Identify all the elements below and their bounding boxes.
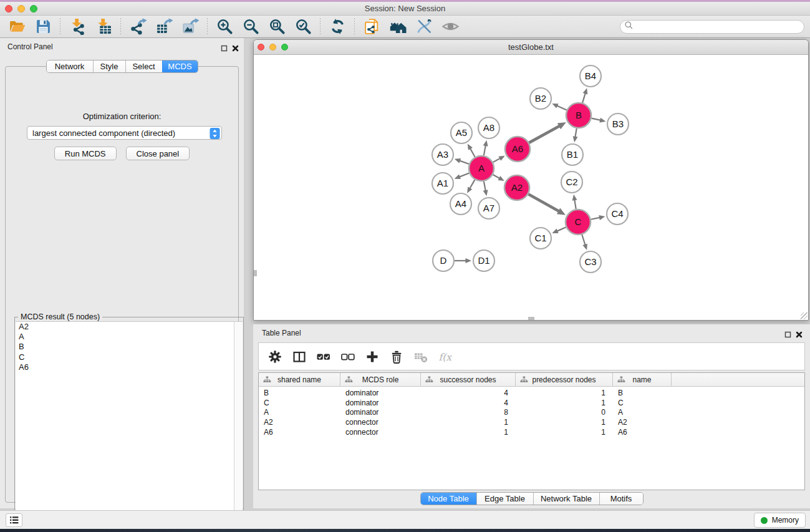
edge-A-A5[interactable] (470, 148, 475, 157)
float-panel-icon[interactable] (784, 329, 791, 336)
home-icon[interactable] (388, 17, 407, 36)
mcds-result-item[interactable]: A (16, 332, 243, 342)
export-image-icon[interactable] (181, 17, 200, 36)
edge-A-A3[interactable] (459, 160, 469, 164)
column-header-MCDS-role[interactable]: MCDS role (340, 373, 421, 386)
tab-edge-table[interactable]: Edge Table (476, 493, 533, 505)
close-panel-button[interactable]: Close panel (126, 147, 190, 160)
zoom-in-icon[interactable] (215, 17, 234, 36)
network-node-C1[interactable]: C1 (530, 228, 551, 249)
edge-A6-B[interactable] (529, 126, 559, 143)
table-cell-predecessor-nodes[interactable]: 1 (516, 418, 613, 427)
tab-motifs[interactable]: Motifs (599, 493, 643, 505)
network-node-C[interactable]: C (566, 210, 591, 235)
table-cell-name[interactable]: C (613, 399, 672, 407)
table-cell-predecessor-nodes[interactable]: 1 (516, 428, 613, 437)
tab-select[interactable]: Select (125, 60, 162, 72)
memory-button[interactable]: Memory (754, 513, 806, 528)
table-cell-successor-nodes[interactable]: 1 (421, 428, 516, 437)
mcds-result-item[interactable]: C (16, 352, 243, 362)
network-node-A5[interactable]: A5 (451, 122, 472, 143)
eye-icon[interactable] (441, 17, 460, 36)
edge-B-B3[interactable] (591, 118, 600, 120)
edge-A2-C[interactable] (528, 194, 559, 211)
column-header-shared-name[interactable]: shared name (259, 373, 340, 386)
column-header-successor-nodes[interactable]: successor nodes (421, 373, 516, 386)
table-cell-shared-name[interactable]: C (259, 399, 340, 407)
select-all-icon[interactable] (316, 349, 331, 364)
zoom-out-icon[interactable] (241, 17, 260, 36)
edge-B-B4[interactable] (582, 93, 586, 103)
network-node-A3[interactable]: A3 (432, 144, 453, 165)
table-row[interactable]: Bdominator41B (259, 388, 804, 398)
network-node-A[interactable]: A (469, 156, 494, 181)
edge-A-A6[interactable] (493, 158, 501, 162)
search-box[interactable] (620, 20, 804, 34)
edge-A-A2[interactable] (493, 175, 499, 178)
network-window-titlebar[interactable]: testGlobe.txt (254, 40, 808, 55)
table-cell-MCDS-role[interactable]: connector (340, 428, 421, 437)
edge-A-A1[interactable] (459, 173, 469, 177)
deselect-all-icon[interactable] (340, 349, 355, 364)
network-node-A2[interactable]: A2 (504, 175, 529, 200)
edge-C-C1[interactable] (557, 227, 566, 231)
save-session-icon[interactable] (34, 17, 52, 36)
table-row[interactable]: A6connector11A6 (259, 427, 804, 437)
mcds-result-list[interactable]: A2ABCA6 (16, 321, 243, 526)
run-mcds-button[interactable]: Run MCDS (54, 147, 117, 160)
table-row[interactable]: A2connector11A2 (259, 417, 804, 427)
table-cell-MCDS-role[interactable]: dominator (340, 408, 421, 417)
table-cell-name[interactable]: A (613, 408, 672, 417)
table-row[interactable]: Adominator80A (259, 407, 804, 417)
network-canvas[interactable]: B4B2BB3A8A5A6A3B1AA1C2A2A4A7C4CC1C3DD1 (254, 56, 808, 321)
table-cell-name[interactable]: A6 (613, 428, 672, 437)
tab-mcds[interactable]: MCDS (162, 60, 198, 72)
table-cell-name[interactable]: B (613, 389, 672, 397)
network-node-A4[interactable]: A4 (450, 193, 471, 215)
split-column-icon[interactable] (292, 349, 307, 364)
refresh-icon[interactable] (328, 17, 347, 36)
table-cell-predecessor-nodes[interactable]: 1 (516, 399, 613, 407)
table-cell-MCDS-role[interactable]: dominator (340, 389, 421, 397)
network-node-A1[interactable]: A1 (432, 173, 453, 194)
close-panel-icon[interactable] (232, 43, 239, 50)
network-node-A6[interactable]: A6 (505, 137, 530, 162)
edge-A-A4[interactable] (470, 180, 475, 189)
network-node-D1[interactable]: D1 (473, 250, 494, 271)
network-node-A7[interactable]: A7 (478, 198, 499, 219)
edge-B-B1[interactable] (575, 128, 576, 138)
edge-A-A8[interactable] (484, 145, 486, 156)
import-network-icon[interactable] (68, 17, 87, 36)
table-cell-predecessor-nodes[interactable]: 1 (516, 389, 613, 397)
mcds-result-item[interactable]: A2 (16, 322, 243, 332)
network-node-B2[interactable]: B2 (530, 88, 551, 109)
mcds-list-scrollbar[interactable] (234, 322, 243, 526)
table-cell-predecessor-nodes[interactable]: 0 (516, 408, 613, 417)
table-cell-shared-name[interactable]: A6 (259, 428, 340, 437)
tab-network[interactable]: Network (47, 60, 93, 72)
table-cell-MCDS-role[interactable]: connector (340, 418, 421, 427)
column-header-name[interactable]: name (613, 373, 672, 386)
gear-icon[interactable] (268, 349, 282, 364)
table-cell-shared-name[interactable]: B (259, 389, 340, 397)
import-table-icon[interactable] (94, 17, 113, 36)
open-folder-icon[interactable] (7, 17, 26, 36)
edge-B-B2[interactable] (557, 105, 567, 110)
network-node-A8[interactable]: A8 (478, 117, 499, 138)
close-panel-icon[interactable] (796, 329, 803, 336)
search-input[interactable] (634, 21, 804, 32)
edge-A-A7[interactable] (484, 181, 486, 191)
network-node-D[interactable]: D (433, 250, 454, 271)
table-cell-name[interactable]: A2 (613, 418, 672, 427)
table-cell-shared-name[interactable]: A2 (259, 418, 340, 427)
network-node-B4[interactable]: B4 (580, 65, 601, 87)
delete-column-icon[interactable] (389, 349, 404, 364)
column-header-predecessor-nodes[interactable]: predecessor nodes (516, 373, 613, 386)
zoom-fit-icon[interactable] (268, 17, 286, 36)
network-window-resize-grip[interactable] (801, 312, 808, 319)
network-node-C4[interactable]: C4 (607, 203, 628, 225)
edge-C-C4[interactable] (591, 218, 600, 220)
table-row[interactable]: Cdominator41C (259, 398, 804, 408)
float-panel-icon[interactable] (221, 43, 228, 50)
table-cell-successor-nodes[interactable]: 1 (421, 418, 516, 427)
